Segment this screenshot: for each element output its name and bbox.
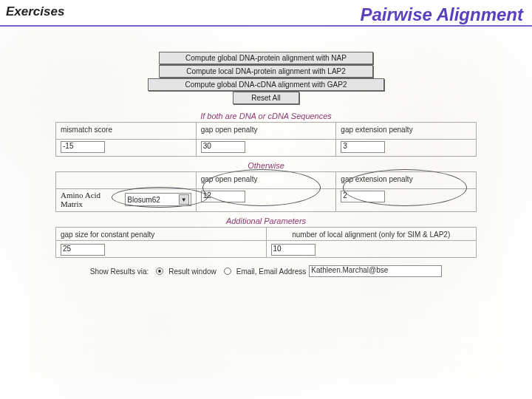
slide-header: Exercises Pairwise Alignment (0, 0, 532, 27)
otherwise-gap-open-input[interactable]: 12 (201, 191, 245, 202)
results-email-option: Email, Email Address (236, 267, 306, 276)
results-window-radio[interactable] (156, 267, 163, 275)
num-local-align-input[interactable]: 10 (271, 244, 316, 256)
section-otherwise-label: Otherwise (55, 161, 477, 170)
gap-size-label: gap size for constant penalty (61, 231, 154, 239)
dna-parameters-group: mismatch score gap open penalty gap exte… (55, 122, 477, 157)
amino-matrix-select[interactable]: Blosum62 ▼ (125, 193, 191, 206)
additional-parameters-group: gap size for constant penalty number of … (55, 227, 477, 258)
gap-size-input[interactable]: 25 (61, 244, 105, 256)
reset-all-button[interactable]: Reset All (233, 92, 299, 104)
otherwise-gap-ext-input[interactable]: 2 (341, 191, 385, 202)
results-row: Show Results via: Result window Email, E… (55, 265, 477, 277)
compute-global-dna-cdna-button[interactable]: Compute global DNA-cDNA alignment with G… (148, 78, 384, 91)
amino-matrix-text: Amino Acid Matrix (61, 191, 120, 208)
section-dna-cdna-label: If both are DNA or cDNA Sequences (55, 112, 477, 120)
header-right-title: Pairwise Alignment (361, 4, 524, 25)
mismatch-score-input[interactable]: -15 (61, 141, 105, 153)
amino-matrix-value: Blosum62 (127, 196, 160, 204)
otherwise-inputs-row: Amino Acid Matrix Blosum62 ▼ 12 2 (56, 189, 476, 212)
compute-global-dna-protein-button[interactable]: Compute global DNA-protein alignment wit… (159, 52, 373, 64)
results-email-radio[interactable] (224, 267, 231, 275)
screenshot-region: Compute global DNA-protein alignment wit… (55, 52, 477, 277)
compute-button-stack: Compute global DNA-protein alignment wit… (55, 52, 477, 104)
otherwise-parameters-group: gap open penalty gap extension penalty A… (55, 171, 477, 212)
chevron-down-icon: ▼ (179, 194, 189, 205)
additional-labels-row: gap size for constant penalty number of … (56, 228, 476, 241)
num-local-align-label: number of local alignment (only for SIM … (292, 231, 450, 239)
header-left-title: Exercises (6, 4, 64, 19)
mismatch-score-label: mismatch score (61, 126, 112, 134)
otherwise-labels-row: gap open penalty gap extension penalty (56, 172, 476, 189)
additional-inputs-row: 25 10 (56, 241, 476, 258)
compute-local-dna-protein-button[interactable]: Compute local DNA-protein alignment with… (159, 65, 373, 78)
dna-gap-ext-input[interactable]: 3 (341, 141, 385, 153)
header-divider (0, 25, 532, 27)
section-additional-label: Additional Parameters (55, 216, 477, 225)
dna-labels-row: mismatch score gap open penalty gap exte… (56, 123, 476, 140)
dna-gap-ext-label: gap extension penalty (341, 126, 412, 134)
amino-matrix-label (61, 175, 63, 183)
email-address-input[interactable]: Kathleen.Marchal@bse (309, 265, 442, 277)
otherwise-gap-ext-label: gap extension penalty (341, 175, 412, 183)
results-window-option: Result window (168, 267, 216, 276)
dna-gap-open-input[interactable]: 30 (201, 141, 245, 153)
dna-inputs-row: -15 30 3 (56, 140, 476, 157)
otherwise-gap-open-label: gap open penalty (201, 175, 258, 183)
dna-gap-open-label: gap open penalty (201, 126, 258, 134)
show-results-label: Show Results via: (90, 267, 149, 276)
